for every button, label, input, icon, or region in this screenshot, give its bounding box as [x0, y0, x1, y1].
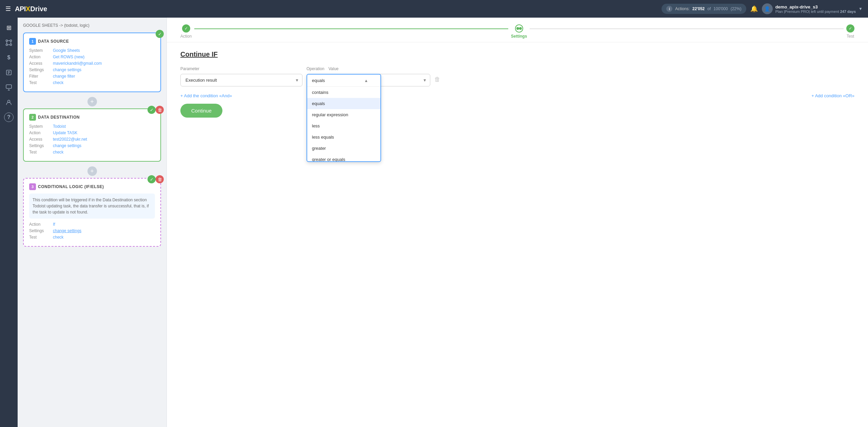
svg-point-3 — [10, 44, 12, 46]
user-info: demo_apix-drive_s3 Plan |Premium PRO| le… — [775, 4, 856, 14]
source-action-value[interactable]: Get ROWS (new) — [53, 55, 84, 59]
menu-icon[interactable]: ☰ — [5, 5, 11, 13]
card-delete-logic[interactable]: 🗑 — [156, 175, 164, 183]
card-check-logic: ✓ — [147, 175, 156, 183]
add-button-2[interactable]: + — [87, 166, 97, 176]
dest-access-row: Access test20022@ukr.net — [29, 137, 155, 142]
actions-count: 22'052 — [692, 6, 705, 11]
dest-system-value[interactable]: Todoist — [53, 124, 66, 129]
step-label-settings: Settings — [511, 34, 527, 39]
logic-test-value[interactable]: check — [53, 235, 63, 240]
right-content: ✓ Action Settings ✓ Test Continue IF — [167, 18, 868, 427]
dest-action-value[interactable]: Update TASK — [53, 130, 77, 135]
operation-selected[interactable]: equals ▲ — [307, 75, 380, 87]
operation-col: Operation equals ▲ contains equals regul… — [307, 66, 324, 74]
add-button-1[interactable]: + — [87, 97, 97, 106]
operation-selected-label: equals — [312, 78, 325, 83]
logic-test-row: Test check — [29, 235, 155, 240]
source-settings-value[interactable]: change settings — [53, 67, 81, 72]
option-greater[interactable]: greater — [307, 143, 380, 154]
avatar: 👤 — [762, 3, 773, 14]
step-line-2 — [530, 28, 844, 29]
continue-button[interactable]: Continue — [180, 104, 222, 118]
option-contains[interactable]: contains — [307, 87, 380, 98]
logic-settings-row: Settings change settings — [29, 228, 155, 233]
add-condition-or-link[interactable]: + Add condition «OR» — [811, 93, 854, 98]
source-access-value[interactable]: maverickandrii@gmail.com — [53, 61, 102, 66]
option-regular-expression[interactable]: regular expression — [307, 109, 380, 120]
card-data-destination: 🗑 ✓ 2 DATA DESTINATION System Todoist Ac… — [23, 108, 161, 162]
logic-settings-value[interactable]: change settings — [53, 228, 81, 233]
value-label: Value — [329, 66, 430, 71]
sidebar-item-billing[interactable]: $ — [3, 52, 15, 64]
card-title-source: DATA SOURCE — [38, 39, 69, 44]
sidebar-item-help[interactable]: ? — [4, 113, 14, 122]
step-circle-settings — [515, 24, 523, 33]
conditions-footer: + Add the condition «And» + Add conditio… — [180, 92, 854, 98]
dest-settings-value[interactable]: change settings — [53, 143, 81, 148]
source-test-value[interactable]: check — [53, 80, 63, 85]
sidebar-item-profile[interactable] — [3, 96, 15, 108]
content-area: Continue IF Parameter Execution result ▼… — [167, 42, 868, 126]
actions-label: Actions: — [675, 6, 690, 11]
operation-label: Operation — [307, 66, 324, 71]
bell-icon[interactable]: 🔔 — [750, 5, 758, 13]
card-check-destination: ✓ — [147, 106, 156, 114]
username: demo_apix-drive_s3 — [775, 4, 856, 9]
logo-drive: Drive — [30, 5, 47, 13]
source-system-row: System Google Sheets — [29, 48, 155, 53]
card-check-source: ✓ — [156, 30, 164, 38]
card-header-logic: 3 CONDITIONAL LOGIC (IF/ELSE) — [29, 183, 155, 190]
step-action: ✓ Action — [180, 24, 192, 39]
chevron-up-icon: ▲ — [364, 78, 368, 83]
operation-dropdown[interactable]: equals ▲ contains equals regular express… — [307, 74, 381, 162]
actions-of: of — [707, 6, 711, 11]
svg-rect-12 — [6, 85, 12, 88]
main-layout: ⊞ $ — [0, 18, 868, 427]
logic-action-value[interactable]: If — [53, 222, 55, 227]
page-title: Continue IF — [180, 50, 854, 58]
dest-test-value[interactable]: check — [53, 150, 63, 155]
source-system-value[interactable]: Google Sheets — [53, 48, 80, 53]
svg-point-1 — [10, 40, 12, 42]
add-condition-and-link[interactable]: + Add the condition «And» — [180, 93, 232, 98]
steps-bar: ✓ Action Settings ✓ Test — [167, 18, 868, 42]
sidebar-item-play[interactable] — [3, 81, 15, 94]
source-access-row: Access maverickandrii@gmail.com — [29, 61, 155, 66]
step-circle-test: ✓ — [846, 24, 854, 33]
dest-test-row: Test check — [29, 150, 155, 155]
dest-access-value[interactable]: test20022@ukr.net — [53, 137, 87, 142]
dest-system-row: System Todoist — [29, 124, 155, 129]
card-delete-destination[interactable]: 🗑 — [156, 106, 164, 114]
sidebar-item-dashboard[interactable]: ⊞ — [3, 22, 15, 34]
delete-condition-icon[interactable]: 🗑 — [434, 76, 440, 83]
breadcrumb: GOOGLE SHEETS -> (todoist, logic) — [23, 23, 161, 28]
sidebar-item-connections[interactable] — [3, 37, 15, 49]
option-equals[interactable]: equals — [307, 98, 380, 109]
actions-total: 100'000 — [713, 6, 728, 11]
source-test-row: Test check — [29, 80, 155, 85]
step-label-action: Action — [180, 34, 192, 39]
sidebar-item-tasks[interactable] — [3, 66, 15, 79]
svg-point-0 — [6, 40, 8, 42]
card-title-destination: DATA DESTINATION — [38, 115, 80, 120]
sidebar-nav: ⊞ $ — [0, 18, 18, 427]
card-description-logic: This condition will be triggered if in t… — [29, 194, 155, 219]
step-line-1 — [194, 28, 508, 29]
source-filter-value[interactable]: change filter — [53, 74, 75, 79]
card-number-logic: 3 — [29, 183, 36, 190]
info-icon: i — [666, 6, 672, 12]
option-less-equals[interactable]: less equals — [307, 131, 380, 143]
logo-api: API — [15, 5, 26, 13]
dest-settings-row: Settings change settings — [29, 143, 155, 148]
option-greater-or-equals[interactable]: greater or equals — [307, 154, 380, 161]
user-menu[interactable]: 👤 demo_apix-drive_s3 Plan |Premium PRO| … — [762, 3, 863, 14]
step-circle-action: ✓ — [182, 24, 190, 33]
parameter-select[interactable]: Execution result — [180, 74, 302, 86]
left-panel: GOOGLE SHEETS -> (todoist, logic) ✓ 1 DA… — [18, 18, 167, 427]
source-action-row: Action Get ROWS (new) — [29, 55, 155, 59]
option-less[interactable]: less — [307, 120, 380, 131]
logo-x: X — [26, 5, 30, 13]
svg-point-2 — [6, 44, 8, 46]
source-settings-row: Settings change settings — [29, 67, 155, 72]
